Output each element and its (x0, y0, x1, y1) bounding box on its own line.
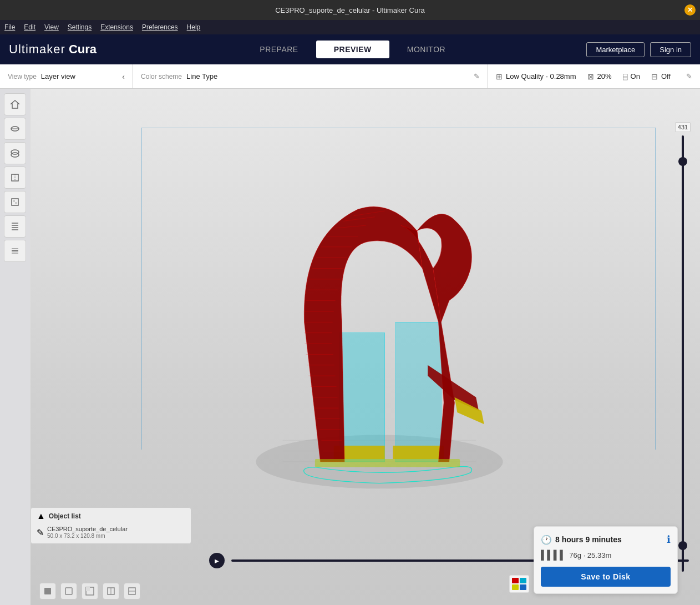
infill-icon: ⊠ (587, 72, 594, 81)
tab-preview[interactable]: PREVIEW (316, 41, 389, 58)
marketplace-button[interactable]: Marketplace (586, 42, 645, 57)
info-material-row: ▌▌▌▌ 76g · 25.33m (541, 550, 671, 560)
view-split-button[interactable] (82, 583, 98, 599)
svg-point-4 (11, 153, 19, 157)
build-wall-right (655, 128, 656, 450)
header-actions: Marketplace Sign in (586, 42, 691, 57)
material-icon: ▌▌▌▌ (541, 550, 566, 560)
bottom-icon-bar (31, 583, 149, 599)
object-dims: 50.0 x 73.2 x 120.8 mm (47, 533, 128, 539)
svg-rect-8 (13, 200, 15, 202)
model-container (141, 133, 617, 522)
nav-tabs: PREPARE PREVIEW MONITOR (119, 41, 586, 58)
tool-home-icon[interactable] (4, 93, 26, 115)
quality-label: Low Quality - 0.28mm (506, 72, 576, 80)
color-scheme-edit-icon[interactable]: ✎ (474, 72, 480, 80)
print-time: 8 hours 9 minutes (555, 535, 622, 544)
quality-icon: ⊞ (496, 72, 503, 81)
menu-edit[interactable]: Edit (24, 23, 35, 31)
adhesion-icon: ⊟ (651, 72, 658, 81)
quality-section: ⊞ Low Quality - 0.28mm ⊠ 20% ⌸ On ⊟ Off … (488, 64, 700, 88)
layer-slider-thumb-bottom[interactable] (678, 541, 687, 550)
tab-monitor[interactable]: MONITOR (389, 41, 463, 58)
3d-model-svg (246, 161, 513, 494)
menu-settings[interactable]: Settings (68, 23, 92, 31)
info-time-left: 🕐 8 hours 9 minutes (541, 535, 622, 545)
menu-preferences[interactable]: Preferences (142, 23, 178, 31)
menu-help[interactable]: Help (187, 23, 201, 31)
view-type-value: Layer view (41, 72, 75, 80)
object-list-panel: ▲ Object list ✎ CE3PRO_suporte_de_celula… (31, 507, 191, 544)
support-label: On (631, 72, 640, 80)
view-front-button[interactable] (60, 583, 77, 599)
settings-edit-icon[interactable]: ✎ (686, 72, 692, 80)
logo-cura: Cura (69, 42, 97, 57)
tool-bar-icon[interactable] (4, 240, 26, 262)
view-3d-button[interactable] (39, 583, 56, 599)
tool-section-icon[interactable] (4, 167, 26, 189)
build-wall-top (141, 128, 656, 128)
logo-ultimaker: Ultimaker (9, 42, 65, 57)
tool-layer1-icon[interactable] (4, 118, 26, 140)
view-type-chevron[interactable]: ‹ (122, 72, 125, 81)
main-content: 431 ▲ Object list ✎ CE3PRO_suporte_de_ce… (0, 89, 700, 605)
infill-item: ⊠ 20% (587, 72, 612, 81)
app-header: Ultimaker Cura PREPARE PREVIEW MONITOR M… (0, 34, 700, 64)
tool-grid-icon[interactable] (4, 215, 26, 238)
object-edit-icon: ✎ (37, 527, 44, 538)
viewport[interactable]: 431 ▲ Object list ✎ CE3PRO_suporte_de_ce… (31, 89, 700, 605)
svg-rect-9 (15, 202, 17, 204)
svg-rect-22 (395, 322, 441, 462)
view-type-label: View type (8, 73, 37, 80)
svg-rect-49 (315, 459, 459, 467)
quality-item: ⊞ Low Quality - 0.28mm (496, 72, 576, 81)
layer-value: 431 (675, 122, 691, 132)
menu-bar: File Edit View Settings Extensions Prefe… (0, 20, 700, 34)
signin-button[interactable]: Sign in (650, 42, 691, 57)
object-list-header[interactable]: ▲ Object list (37, 511, 185, 521)
object-item: ✎ CE3PRO_suporte_de_celular 50.0 x 73.2 … (37, 525, 185, 540)
svg-rect-24 (393, 446, 444, 459)
svg-rect-53 (86, 587, 90, 591)
svg-rect-50 (44, 588, 51, 594)
object-name: CE3PRO_suporte_de_celular (47, 526, 128, 532)
adhesion-label: Off (661, 72, 671, 80)
infill-percent: 20% (597, 72, 612, 80)
left-sidebar (0, 89, 31, 605)
swatch-blue (520, 584, 526, 590)
svg-rect-51 (65, 588, 72, 594)
view-type-section: View type Layer view ‹ (0, 64, 133, 88)
color-scheme-value: Line Type (186, 72, 217, 80)
tool-layer2-icon[interactable] (4, 142, 26, 164)
logo: Ultimaker Cura (9, 42, 97, 57)
swatch-cyan (520, 578, 526, 583)
menu-view[interactable]: View (44, 23, 59, 31)
tool-xray-icon[interactable] (4, 191, 26, 213)
play-button[interactable]: ▶ (209, 553, 225, 568)
color-scheme-section: Color scheme Line Type ✎ (133, 64, 488, 88)
color-scheme-label: Color scheme (141, 73, 182, 80)
swatch-red (512, 578, 519, 583)
support-item: ⌸ On (623, 72, 640, 81)
view-side-button[interactable] (124, 583, 140, 599)
svg-marker-0 (11, 100, 19, 108)
info-time-row: 🕐 8 hours 9 minutes ℹ (541, 533, 671, 546)
save-to-disk-button[interactable]: Save to Disk (541, 567, 671, 587)
layer-slider-thumb-top[interactable] (678, 157, 687, 166)
collapse-icon: ▲ (37, 511, 45, 521)
view-top-button[interactable] (103, 583, 119, 599)
info-icon[interactable]: ℹ (667, 533, 671, 546)
material-label: 76g · 25.33m (569, 551, 611, 559)
layer-slider[interactable]: 431 (674, 122, 691, 572)
tab-prepare[interactable]: PREPARE (242, 41, 316, 58)
clock-icon: 🕐 (541, 535, 552, 545)
object-list-title: Object list (49, 512, 81, 520)
window-title: CE3PRO_suporte_de_celular - Ultimaker Cu… (275, 6, 425, 14)
menu-extensions[interactable]: Extensions (100, 23, 133, 31)
menu-file[interactable]: File (4, 23, 15, 31)
adhesion-item: ⊟ Off (651, 72, 671, 81)
support-icon: ⌸ (623, 72, 627, 81)
title-bar: CE3PRO_suporte_de_celular - Ultimaker Cu… (0, 0, 700, 20)
close-button[interactable]: ✕ (684, 4, 696, 16)
layer-slider-track[interactable] (682, 135, 684, 572)
